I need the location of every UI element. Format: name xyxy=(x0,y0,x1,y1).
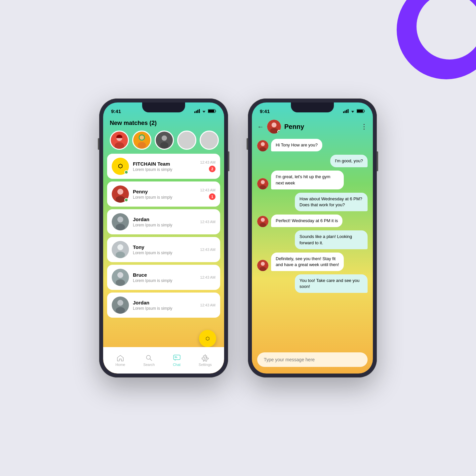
svg-point-60 xyxy=(261,262,265,266)
msg-row-8: You too! Take care and see you soon! xyxy=(257,274,368,293)
battery-icon xyxy=(208,109,216,113)
nav-home-label: Home xyxy=(115,363,125,367)
bubble-5: Perfect! Wednesday at 6 PM it is xyxy=(271,215,342,227)
msg-avatar-1 xyxy=(257,140,268,151)
header-penny-avatar xyxy=(267,120,281,134)
svg-rect-46 xyxy=(357,110,363,112)
msg-row-4: How about Wednesday at 6 PM? Does that w… xyxy=(257,193,368,211)
bubble-1: Hi Tony How are you? xyxy=(271,139,322,151)
jordan2-name: Jordan xyxy=(133,300,196,305)
svg-point-15 xyxy=(160,142,168,148)
nav-settings[interactable]: Settings xyxy=(193,352,217,369)
penny-time: 12:43 AM xyxy=(200,188,216,192)
search-icon xyxy=(145,354,153,362)
fab-button[interactable]: ⬡ xyxy=(199,330,216,347)
svg-point-22 xyxy=(117,217,123,222)
back-button[interactable]: ← xyxy=(257,123,264,131)
msg-row-2: I'm good, you? xyxy=(257,155,368,167)
online-dot-fitchain xyxy=(124,170,128,174)
penny-avatar-wrap xyxy=(112,185,129,203)
fitchain-badge: 2 xyxy=(209,166,216,172)
nav-settings-label: Settings xyxy=(199,363,212,367)
bruce-avatar-wrap xyxy=(112,269,129,286)
tony-preview: Lorem Ipsum is simply xyxy=(133,251,196,255)
jordan1-time: 12:43 AM xyxy=(200,220,216,224)
fitchain-avatar-wrap: ⬡ xyxy=(112,158,129,175)
chat-item-bruce[interactable]: Bruce Lorem Ipsum is simply 12:43 AM xyxy=(107,265,220,290)
fab-icon: ⬡ xyxy=(203,334,212,343)
match-avatar-1[interactable] xyxy=(110,131,129,150)
svg-point-11 xyxy=(138,142,146,148)
msg-avatar-img-5 xyxy=(257,216,268,227)
chat-icon xyxy=(173,354,180,362)
jordan2-avatar xyxy=(112,297,129,314)
chat-item-tony[interactable]: Tony Lorem Ipsum is simply 12:43 AM xyxy=(107,237,220,262)
svg-rect-5 xyxy=(208,110,214,112)
match-avatar-2[interactable] xyxy=(132,131,151,150)
svg-point-20 xyxy=(116,196,125,203)
home-icon xyxy=(117,354,124,362)
bruce-avatar-img xyxy=(112,269,129,286)
tony-avatar-wrap xyxy=(112,241,129,258)
online-dot-penny xyxy=(124,198,128,202)
nav-search[interactable]: Search xyxy=(138,352,160,369)
jordan1-meta: 12:43 AM xyxy=(200,220,216,224)
fitchain-logo: ⬡ xyxy=(115,161,126,172)
svg-point-28 xyxy=(117,272,123,278)
svg-point-23 xyxy=(116,224,125,230)
bubble-3: I'm great, let's hit up the gym next wee… xyxy=(271,171,344,189)
chat-item-jordan2[interactable]: Jordan Lorem Ipsum is simply 12:43 AM xyxy=(107,293,220,318)
msg-avatar-7 xyxy=(257,260,268,271)
bruce-meta: 12:43 AM xyxy=(200,275,216,279)
penny-info: Penny Lorem Ipsum is simply xyxy=(133,189,196,200)
phone1-screen: 9:41 xyxy=(103,102,224,374)
msg-row-7: Definitely, see you then! Stay fit and h… xyxy=(257,253,368,271)
svg-rect-42 xyxy=(345,111,346,113)
svg-point-54 xyxy=(261,180,265,184)
svg-point-48 xyxy=(272,123,277,128)
tony-meta: 12:43 AM xyxy=(200,248,216,252)
matches-avatars xyxy=(110,131,218,150)
svg-rect-44 xyxy=(348,109,349,113)
match-avatar-3[interactable] xyxy=(155,131,174,150)
status-icons-2 xyxy=(343,109,365,113)
svg-rect-0 xyxy=(194,111,195,113)
notch1 xyxy=(142,102,185,112)
jordan2-avatar-wrap xyxy=(112,297,129,314)
jordan1-info: Jordan Lorem Ipsum is simply xyxy=(133,217,196,227)
jordan2-meta: 12:43 AM xyxy=(200,303,216,307)
tony-avatar xyxy=(112,241,129,258)
bubble-7: Definitely, see you then! Stay fit and h… xyxy=(271,253,344,271)
jordan1-preview: Lorem Ipsum is simply xyxy=(133,223,196,227)
bubble-8: You too! Take care and see you soon! xyxy=(295,274,368,293)
msg-avatar-img-1 xyxy=(257,140,268,151)
msg-avatar-3 xyxy=(257,178,268,189)
nav-chat[interactable]: Chat xyxy=(168,352,186,369)
chat-item-penny[interactable]: Penny Lorem Ipsum is simply 12:43 AM 1 xyxy=(107,181,220,207)
nav-home[interactable]: Home xyxy=(110,352,130,369)
chat-item-fitchain[interactable]: ⬡ FITCHAIN Team Lorem Ipsum is simply 12… xyxy=(107,154,220,179)
fitchain-info: FITCHAIN Team Lorem Ipsum is simply xyxy=(133,161,196,172)
msg-row-1: Hi Tony How are you? xyxy=(257,139,368,151)
bruce-info: Bruce Lorem Ipsum is simply xyxy=(133,272,196,283)
message-input[interactable] xyxy=(257,352,368,367)
jordan2-time: 12:43 AM xyxy=(200,303,216,307)
penny-badge: 1 xyxy=(209,193,216,200)
header-menu-button[interactable]: ⋮ xyxy=(361,123,368,131)
penny-meta: 12:43 AM 1 xyxy=(200,188,216,200)
chat-item-jordan1[interactable]: Jordan Lorem Ipsum is simply 12:43 AM xyxy=(107,209,220,234)
phone1: 9:41 xyxy=(99,99,228,377)
fitchain-meta: 12:43 AM 2 xyxy=(200,160,216,172)
bruce-time: 12:43 AM xyxy=(200,275,216,279)
svg-rect-1 xyxy=(196,111,197,113)
penny-preview: Lorem Ipsum is simply xyxy=(133,195,196,200)
svg-rect-37 xyxy=(174,355,180,360)
tony-time: 12:43 AM xyxy=(200,248,216,252)
svg-point-26 xyxy=(116,252,125,258)
jordan1-name: Jordan xyxy=(133,217,196,222)
jordan1-avatar-wrap xyxy=(112,213,129,230)
phone2: 9:41 xyxy=(248,99,377,377)
penny-name: Penny xyxy=(133,189,196,194)
bg-decoration xyxy=(397,0,476,79)
msg-avatar-5 xyxy=(257,216,268,227)
